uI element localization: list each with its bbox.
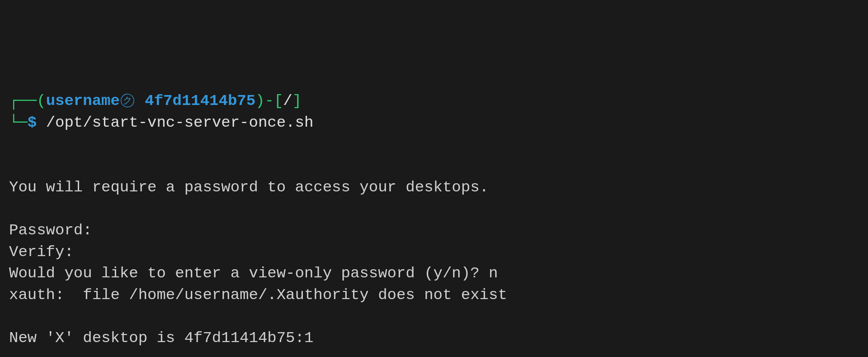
prompt-connector-icon: └─ <box>9 114 28 131</box>
prompt-line-1: ┌──(username㋗ 4f7d11414b75)-[/] <box>9 90 859 112</box>
prompt-cwd: / <box>283 92 292 109</box>
command-text: /opt/start-vnc-server-once.sh <box>46 114 314 131</box>
prompt-hostname: 4f7d11414b75 <box>136 92 255 109</box>
output-verify-prompt: Verify: <box>9 243 74 261</box>
prompt-close-paren: )-[ <box>255 92 283 109</box>
prompt-open-bracket: ┌──( <box>9 92 46 109</box>
output-password-prompt: Password: <box>9 222 92 239</box>
prompt-dollar: $ <box>28 114 46 131</box>
prompt-end-bracket: ] <box>292 92 302 109</box>
output-xauth-warning: xauth: file /home/username/.Xauthority d… <box>9 286 507 304</box>
prompt-line-2: └─$ /opt/start-vnc-server-once.sh <box>9 112 859 134</box>
output-viewonly-prompt: Would you like to enter a view-only pass… <box>9 265 498 282</box>
prompt-symbol-icon: ㋗ <box>120 92 136 109</box>
output-line-1: You will require a password to access yo… <box>9 179 489 196</box>
output-desktop-info: New 'X' desktop is 4f7d11414b75:1 <box>9 329 313 347</box>
terminal-window[interactable]: ┌──(username㋗ 4f7d11414b75)-[/]└─$ /opt/… <box>9 90 859 349</box>
prompt-username: username <box>46 92 120 109</box>
